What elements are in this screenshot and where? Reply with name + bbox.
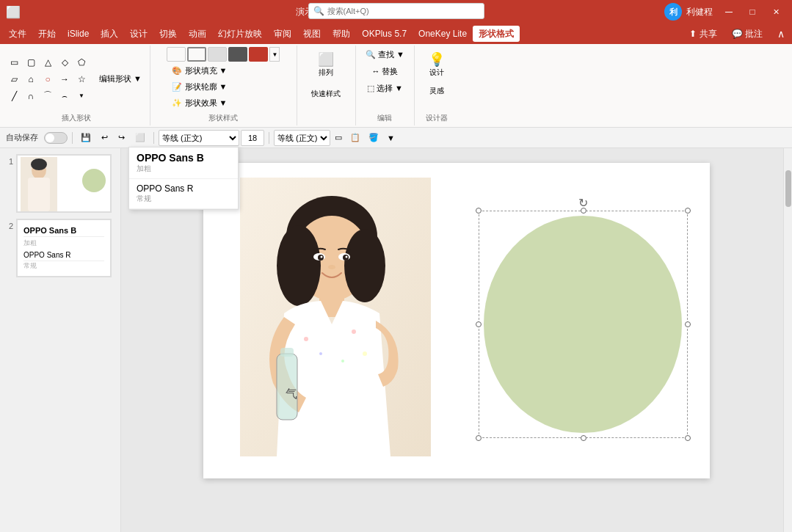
format-extra-btn[interactable]: ▼ xyxy=(383,130,399,146)
save-button[interactable]: 💾 xyxy=(77,131,95,145)
svg-point-3 xyxy=(31,158,47,170)
round-rect-btn[interactable]: ▢ xyxy=(23,54,39,70)
menu-transition[interactable]: 切换 xyxy=(153,26,183,42)
format-button[interactable]: ⬜ xyxy=(131,131,149,145)
shape-outline-button[interactable]: 📝 形状轮廓 ▼ xyxy=(167,79,232,95)
menu-file[interactable]: 文件 xyxy=(3,26,32,42)
connector-btn[interactable]: ⌢ xyxy=(57,88,73,104)
menu-review[interactable]: 审阅 xyxy=(268,26,297,42)
svg-point-26 xyxy=(484,216,682,433)
slide-canvas[interactable]: 气 xyxy=(203,163,710,478)
replace-button[interactable]: ↔ 替换 xyxy=(366,64,403,79)
slide-thumb-1: 1 xyxy=(3,154,117,213)
collapse-ribbon-icon[interactable]: ∧ xyxy=(773,26,789,41)
font-oppo-r-item[interactable]: OPPO Sans R 常规 xyxy=(129,179,238,209)
menu-design[interactable]: 设计 xyxy=(124,26,153,42)
font-select[interactable]: 等线 (正文) xyxy=(159,130,239,146)
handle-mid-right[interactable] xyxy=(685,321,691,327)
toggle-knob xyxy=(46,134,54,142)
find-button[interactable]: 🔍 查找 ▼ xyxy=(360,47,410,62)
menu-shape-format[interactable]: 形状格式 xyxy=(473,26,520,42)
font-oppo-r-sub-mini: 常规 xyxy=(23,261,104,271)
share-button[interactable]: ⬆ 共享 xyxy=(685,26,721,42)
quick-style-button[interactable]: 快速样式 xyxy=(304,84,348,104)
pentagon-btn[interactable]: ⬠ xyxy=(73,54,90,70)
style-more-button[interactable]: ▼ xyxy=(269,47,280,62)
svg-point-25 xyxy=(328,265,335,269)
autosave-toggle[interactable] xyxy=(44,132,68,144)
freeform-btn[interactable]: ⌒ xyxy=(40,88,56,104)
inspiration-button[interactable]: 灵感 xyxy=(424,84,449,98)
svg-point-8 xyxy=(277,225,321,306)
format-clear-btn[interactable]: 🪣 xyxy=(365,130,382,146)
triangle-btn[interactable]: △ xyxy=(40,54,56,70)
menu-insert[interactable]: 插入 xyxy=(95,26,124,42)
shape-effect-button[interactable]: ✨ 形状效果 ▼ xyxy=(167,95,232,111)
slide-thumb-2: 2 OPPO Sans B 加粗 OPPO Sans R 常规 xyxy=(3,219,117,277)
slide-number-1: 1 xyxy=(3,157,13,166)
trapezoid-btn[interactable]: ⌂ xyxy=(23,71,39,87)
edit-shape-button[interactable]: 编辑形状 ▼ xyxy=(94,71,147,87)
style-preset-2[interactable] xyxy=(187,47,206,62)
format-copy-btn[interactable]: ▭ xyxy=(331,130,346,146)
comment-button[interactable]: 💬 批注 xyxy=(727,26,767,42)
slide-preview-2[interactable]: OPPO Sans B 加粗 OPPO Sans R 常规 xyxy=(16,219,112,277)
handle-top-left[interactable] xyxy=(476,208,482,214)
handle-bottom-center[interactable] xyxy=(581,435,586,441)
handle-bottom-left[interactable] xyxy=(476,435,482,441)
redo-button[interactable]: ↪ xyxy=(115,131,128,145)
maximize-button[interactable]: □ xyxy=(742,4,763,20)
select-button[interactable]: ⬚ 选择 ▼ xyxy=(362,81,408,96)
handle-mid-left[interactable] xyxy=(476,321,482,327)
style-preset-5[interactable] xyxy=(249,47,268,62)
more-shapes-btn[interactable]: ▼ xyxy=(73,88,90,104)
handle-top-right[interactable] xyxy=(685,208,691,214)
ribbon-group-edit: 🔍 查找 ▼ ↔ 替换 ⬚ 选择 ▼ 编辑 xyxy=(356,45,415,125)
arrange-button[interactable]: ⬜ 排列 xyxy=(310,47,342,82)
style-preset-1[interactable] xyxy=(167,47,186,62)
canvas-v-scrollbar[interactable] xyxy=(783,148,792,532)
font-oppo-b-item[interactable]: OPPO Sans B 加粗 xyxy=(129,147,238,179)
font-size-input[interactable] xyxy=(241,130,264,146)
rect-shape-btn[interactable]: ▭ xyxy=(6,54,22,70)
diamond-btn[interactable]: ◇ xyxy=(57,54,73,70)
arrow-btn[interactable]: → xyxy=(57,71,73,87)
design-button[interactable]: 💡 设计 xyxy=(421,47,453,82)
undo-button[interactable]: ↩ xyxy=(98,131,112,145)
edit-group-label: 编辑 xyxy=(377,112,392,124)
edit-shape-area: 编辑形状 ▼ xyxy=(94,71,147,87)
style-preset-4[interactable] xyxy=(228,47,247,62)
shape-fill-button[interactable]: 🎨 形状填充 ▼ xyxy=(167,63,232,79)
font-oppo-b-sub-mini: 加粗 xyxy=(23,238,104,248)
window-controls: ─ □ ✕ xyxy=(719,4,786,20)
design-label: 设计 xyxy=(429,68,444,78)
handle-top-center[interactable] xyxy=(581,208,586,214)
menu-onekey[interactable]: OneKey Lite xyxy=(413,26,473,42)
handle-bottom-right[interactable] xyxy=(685,435,691,441)
menu-help[interactable]: 帮助 xyxy=(327,26,356,42)
search-input[interactable] xyxy=(327,7,479,15)
curve-btn[interactable]: ∩ xyxy=(23,88,39,104)
style-preset-3[interactable] xyxy=(208,47,227,62)
close-button[interactable]: ✕ xyxy=(766,4,786,20)
menu-slideshow[interactable]: 幻灯片放映 xyxy=(212,26,268,42)
menu-animation[interactable]: 动画 xyxy=(183,26,212,42)
star-btn[interactable]: ☆ xyxy=(73,71,90,87)
menu-home[interactable]: 开始 xyxy=(32,26,62,42)
menu-okplus[interactable]: OKPlus 5.7 xyxy=(356,26,413,42)
menu-islide[interactable]: iSlide xyxy=(62,26,95,42)
parallelogram-btn[interactable]: ▱ xyxy=(6,71,22,87)
circle-selection-container[interactable]: ↻ xyxy=(479,211,688,438)
menu-view[interactable]: 视图 xyxy=(297,26,327,42)
canvas-scrollbar-thumb[interactable] xyxy=(785,170,791,207)
slide-preview-1[interactable] xyxy=(16,154,112,213)
svg-rect-2 xyxy=(28,178,50,211)
search-bar[interactable]: 🔍 xyxy=(308,3,484,19)
circle-btn[interactable]: ○ xyxy=(40,71,56,87)
minimize-button[interactable]: ─ xyxy=(719,4,739,20)
line-btn[interactable]: ╱ xyxy=(6,88,22,104)
person-image[interactable]: 气 xyxy=(240,178,431,456)
format-paste-btn[interactable]: 📋 xyxy=(346,130,364,146)
shape-style-top: ▼ 🎨 形状填充 ▼ 📝 形状轮廓 ▼ ✨ 形状效果 ▼ xyxy=(167,47,280,111)
format-style-select[interactable]: 等线 (正文) xyxy=(274,130,330,146)
